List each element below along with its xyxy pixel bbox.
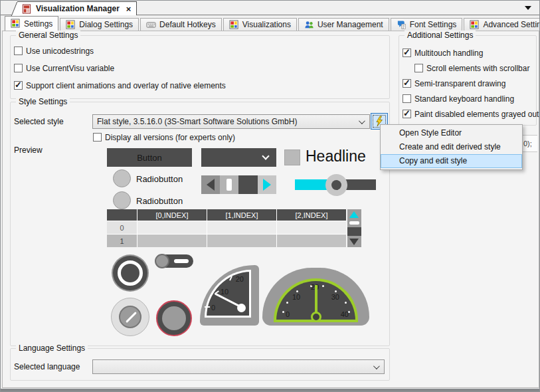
checkbox-box[interactable] xyxy=(403,79,411,88)
menu-item-open-style-editor[interactable]: Open Style Editor xyxy=(381,126,522,140)
checkbox-scroll-elements-with-scrollbar[interactable]: Scroll elements with scrollbar xyxy=(414,63,529,73)
preview-button-label: Button xyxy=(137,153,162,163)
gauge-tick-label: 0 xyxy=(286,310,290,318)
checkbox-label: Standard keyboard handling xyxy=(414,94,514,104)
checkbox-box[interactable] xyxy=(403,94,411,103)
preview-table: [0,INDEX] [1,INDEX] [2,INDEX] 0 1 xyxy=(107,209,346,247)
table-header-cell: [1,INDEX] xyxy=(207,209,276,221)
spin-track xyxy=(238,175,258,194)
checkbox-support-client-animations[interactable]: Support client animations and overlay of… xyxy=(14,80,226,90)
selected-language-combobox[interactable] xyxy=(92,359,385,374)
visualization-icon xyxy=(229,20,239,30)
settings-tab-strip: Settings Dialog Settings Default Hotkeys… xyxy=(5,16,540,31)
checkbox-box[interactable] xyxy=(14,81,23,90)
font-bubble-icon xyxy=(397,20,406,30)
tab-label: Settings xyxy=(24,19,52,29)
preview-radiobutton-2 xyxy=(113,191,131,209)
scrollbar-block xyxy=(347,227,361,236)
gauge-tick-label: 20 xyxy=(236,275,244,283)
tab-advanced-settings[interactable]: Advanced Settings xyxy=(464,18,540,31)
tab-user-management[interactable]: User Management xyxy=(298,18,389,31)
tab-visualizations[interactable]: Visualizations xyxy=(223,18,297,31)
table-header-cell xyxy=(107,209,137,221)
group-legend: Additional Settings xyxy=(405,31,476,40)
checkbox-paint-disabled-elements[interactable]: Paint disabled elements grayed out xyxy=(403,109,539,119)
preview-label: Preview xyxy=(14,146,43,155)
gauge-tick-label: 10 xyxy=(292,293,300,301)
visualization-icon xyxy=(470,20,480,30)
table-header-cell: [2,INDEX] xyxy=(277,209,346,221)
table-header-cell: [0,INDEX] xyxy=(137,209,207,221)
table-cell xyxy=(207,235,276,247)
checkbox-label: Display all versions (for experts only) xyxy=(105,133,235,142)
checkbox-label: Scroll elements with scrollbar xyxy=(426,64,529,73)
preview-radiobutton-2-label: Radiobutton xyxy=(136,196,183,206)
tab-label: Dialog Settings xyxy=(79,20,133,29)
checkbox-standard-keyboard-handling[interactable]: Standard keyboard handling xyxy=(403,94,514,104)
tab-dialog-settings[interactable]: Dialog Settings xyxy=(60,18,139,31)
spin-thumb xyxy=(220,175,238,194)
tab-list-dropdown-icon[interactable] xyxy=(525,6,531,10)
table-cell xyxy=(207,221,276,234)
preview-headline-text: Headline xyxy=(306,147,366,165)
selected-language-label: Selected language xyxy=(14,362,80,371)
group-legend: General Settings xyxy=(16,31,80,40)
menu-item-create-derived-style[interactable]: Create and edit derived style xyxy=(381,140,522,154)
table-cell xyxy=(277,221,346,234)
chevron-down-icon xyxy=(359,118,365,124)
preview-radiobutton-1 xyxy=(113,169,131,187)
document-tab-bar: Visualization Manager × xyxy=(1,1,539,15)
scroll-up-icon xyxy=(349,211,359,218)
table-row-header: 0 xyxy=(107,221,137,234)
checkbox-multitouch-handling[interactable]: Multitouch handling xyxy=(403,48,483,58)
checkbox-box[interactable] xyxy=(414,64,423,72)
keyboard-icon xyxy=(146,20,156,30)
combobox-value: Flat style, 3.5.16.0 (3S-Smart Software … xyxy=(97,117,297,126)
close-icon[interactable]: × xyxy=(126,4,132,14)
checkbox-box[interactable] xyxy=(14,47,23,55)
gauge-face: 0 10 20 30 40 xyxy=(274,278,358,322)
gauge-tick-label: 30 xyxy=(331,293,339,301)
group-legend: Style Settings xyxy=(16,97,70,106)
gauge-hub xyxy=(237,304,246,312)
preview-spin-control xyxy=(201,175,276,194)
checkbox-use-unicodestrings[interactable]: Use unicodestrings xyxy=(14,46,94,56)
checkbox-semi-transparent-drawing[interactable]: Semi-transparent drawing xyxy=(403,78,505,88)
tab-label: Visualizations xyxy=(242,20,291,29)
preview-lamp xyxy=(112,254,149,292)
checkbox-label: Use CurrentVisu variable xyxy=(26,64,114,73)
checkbox-label: Multitouch handling xyxy=(414,49,483,58)
preview-combobox xyxy=(201,148,276,167)
checkbox-box[interactable] xyxy=(14,64,23,72)
tab-label: Advanced Settings xyxy=(483,20,540,29)
selected-style-combobox[interactable]: Flat style, 3.5.16.0 (3S-Smart Software … xyxy=(92,114,370,129)
preview-slider-knob xyxy=(325,174,347,196)
document-tab[interactable]: Visualization Manager × xyxy=(17,1,137,15)
scrollbar-thumb xyxy=(349,221,359,225)
group-legend: Language Settings xyxy=(16,343,88,353)
tab-default-hotkeys[interactable]: Default Hotkeys xyxy=(140,18,222,31)
tab-label: Default Hotkeys xyxy=(159,20,216,29)
preview-potentiometer xyxy=(111,298,149,336)
style-context-menu: Open Style Editor Create and edit derive… xyxy=(380,124,523,170)
menu-item-copy-and-edit-style[interactable]: Copy and edit style xyxy=(381,154,522,168)
visualization-manager-window: Visualization Manager × Settings Dialog … xyxy=(0,0,540,392)
chevron-down-icon xyxy=(373,363,380,369)
chevron-down-icon xyxy=(262,152,269,159)
window-bottom-edge xyxy=(1,389,539,392)
gauge-tick-label: 10 xyxy=(221,288,228,296)
tab-font-settings[interactable]: Font Settings xyxy=(391,18,463,31)
users-icon xyxy=(304,20,314,30)
checkbox-box[interactable] xyxy=(93,133,102,142)
checkbox-display-all-versions[interactable]: Display all versions (for experts only) xyxy=(93,132,235,142)
visualization-icon xyxy=(11,19,21,29)
preview-headline-square xyxy=(284,149,300,165)
checkbox-label: Support client animations and overlay of… xyxy=(26,81,226,90)
checkbox-box[interactable] xyxy=(403,110,411,118)
checkbox-box[interactable] xyxy=(403,49,411,57)
document-tab-title: Visualization Manager xyxy=(36,4,120,13)
tab-settings[interactable]: Settings xyxy=(5,16,58,31)
checkbox-use-currentvisu-variable[interactable]: Use CurrentVisu variable xyxy=(14,63,114,73)
gauge-hub xyxy=(311,312,321,322)
preview-table-scrollbar xyxy=(347,209,361,247)
